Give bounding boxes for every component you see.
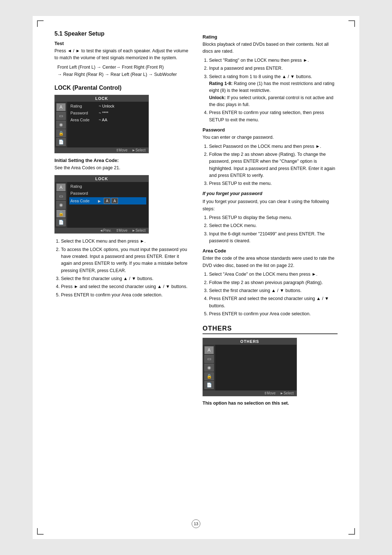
lock-step-5: Press ENTER to confirm your Area code se… xyxy=(61,292,189,299)
corner-mark-tl xyxy=(37,20,44,27)
lock-menu-2-footer: ◄Prev. ⇕Move ►Select xyxy=(55,228,148,233)
others-menu-header: OTHERS xyxy=(203,338,297,345)
others-title: OTHERS xyxy=(203,325,338,334)
menu-icon-disc-2: ▭ xyxy=(56,192,66,200)
lock-row-password-value: ~ **** xyxy=(99,111,109,115)
lock-row-password: Password ~ **** xyxy=(69,110,146,116)
lock-row-rating-value: ~ Unlock xyxy=(99,104,114,108)
forgot-step-3: Input the 6-digit number "210499" and pr… xyxy=(209,231,338,245)
main-content: 5.1 Speaker Setup Test Press ◄ / ► to te… xyxy=(54,31,338,409)
area-code-intro: Enter the code of the area whose standar… xyxy=(203,255,338,269)
password-step-1: Select Password on the LOCK menu and the… xyxy=(209,143,338,150)
corner-mark-tr xyxy=(348,20,355,27)
footer-prev-2: ◄Prev. xyxy=(99,228,111,232)
lock-menu-1-rows: Rating ~ Unlock Password ~ **** Area Cod… xyxy=(67,102,148,147)
page-number: 13 xyxy=(192,519,200,528)
lock-menu-1-footer: ⇕Move ►Select xyxy=(55,147,148,153)
password-step-3: Press SETUP to exit the menu. xyxy=(209,180,338,187)
right-column: Rating Blocks playback of rated DVDs bas… xyxy=(203,31,338,409)
lock-menu-2-icons: A ▭ ◉ 🔒 📄 xyxy=(55,182,67,228)
area-code-step-3: Select the first character using ▲ / ▼ b… xyxy=(209,287,338,294)
others-icon-rect: ▭ xyxy=(204,355,214,363)
initial-area-text: See the Area Codes on page 21. xyxy=(54,165,189,171)
others-icon-circle: ◉ xyxy=(204,364,214,372)
forgot-heading: If you forget your password xyxy=(203,190,338,197)
lock-row-rating-label: Rating xyxy=(70,104,96,108)
area-code-step-4: Press ENTER and select the second charac… xyxy=(209,295,338,309)
rating-step-4: Press ENTER to confirm your rating selec… xyxy=(209,109,338,123)
section-5-1-title: 5.1 Speaker Setup xyxy=(54,31,189,37)
corner-mark-bl xyxy=(37,528,44,535)
lock-row-areacode-label: Area Code xyxy=(70,118,96,122)
menu-icon-lock2: 🔒 xyxy=(56,210,66,218)
lock-menu-2: LOCK A ▭ ◉ 🔒 📄 Rating Passwor xyxy=(54,175,149,234)
test-path: Front Left (Front L) → Center→ Front Rig… xyxy=(57,64,189,78)
others-note: This option has no selection on this set… xyxy=(203,400,338,407)
lock-row2-password-label: Password xyxy=(70,191,96,195)
lock-step-3: Select the first character using ▲ / ▼ b… xyxy=(61,275,189,282)
test-text: Press ◄ / ► to test the signals of each … xyxy=(54,48,189,62)
area-code-step-2: Follow the step 2 as shown previous para… xyxy=(209,279,338,286)
lock-menu-1-icons: A ▭ ◉ 🔒 📄 xyxy=(55,102,67,147)
unlock-label: Unlock: xyxy=(209,95,226,100)
lock-steps: Select the LOCK menu and then press ►. T… xyxy=(54,238,189,299)
rating-steps: Select "Rating" on the LOCK menu then pr… xyxy=(203,57,338,123)
others-menu-body: A ▭ ◉ 🔒 📄 xyxy=(203,345,297,390)
area-code-steps: Select "Area Code" on the LOCK menu then… xyxy=(203,271,338,317)
password-step-2: Follow the step 2 as shown above (Rating… xyxy=(209,151,338,179)
lock-step-4: Press ► and select the second character … xyxy=(61,283,189,290)
others-menu-footer: ⇕Move ►Select xyxy=(203,390,297,396)
area-code-heading: Area Code xyxy=(203,248,338,254)
rating-step-3: Select a rating from 1 to 8 using the ▲ … xyxy=(209,73,338,109)
rating-step-1: Select "Rating" on the LOCK menu then pr… xyxy=(209,57,338,64)
lock-row2-boxes: A A xyxy=(104,198,118,204)
footer-move-2: ⇕Move xyxy=(116,228,127,232)
lock-menu-1: LOCK A ▭ ◉ 🔒 📄 Rating ~ Unlock xyxy=(54,95,149,153)
rating-1-8-label: Rating 1-8: xyxy=(209,81,233,86)
forgot-intro: If you forget your password, you can cle… xyxy=(203,198,338,212)
rating-step-2: Input a password and press ENTER. xyxy=(209,65,338,72)
lock-menu-2-rows: Rating Password Area Code ▶ A A xyxy=(67,182,148,228)
lock-menu-1-body: A ▭ ◉ 🔒 📄 Rating ~ Unlock Password xyxy=(55,102,148,147)
lock-row2-password: Password xyxy=(69,190,146,196)
footer-select-2: ►Select xyxy=(132,228,146,232)
others-menu: OTHERS A ▭ ◉ 🔒 📄 ⇕Move ►Select xyxy=(203,338,297,396)
area-code-step-1: Select "Area Code" on the LOCK menu then… xyxy=(209,271,338,278)
rating-heading: Rating xyxy=(203,34,338,40)
initial-area-heading: Initial Setting the Area Code: xyxy=(54,158,189,163)
lock-row2-rating: Rating xyxy=(69,183,146,189)
footer-move-1: ⇕Move xyxy=(116,148,127,152)
lock-row-areacode: Area Code ~ AA xyxy=(69,117,146,123)
password-heading: Password xyxy=(203,127,338,133)
menu-icon-speaker-2: A xyxy=(56,183,66,191)
menu-icon-headphone-2: ◉ xyxy=(56,201,66,209)
lock-section-title: LOCK (Parental Control) xyxy=(54,85,189,91)
others-menu-content xyxy=(215,345,297,390)
menu-icon-disc: ▭ xyxy=(56,112,66,120)
others-icon-a: A xyxy=(204,346,214,354)
lock-menu-1-header: LOCK xyxy=(55,95,148,102)
lock-menu-2-header: LOCK xyxy=(55,175,148,182)
lock-row-areacode-value: ~ AA xyxy=(99,118,107,122)
corner-mark-br xyxy=(348,528,355,535)
menu-icon-speaker: A xyxy=(56,103,66,111)
lock-step-2: To access the LOCK options, you must inp… xyxy=(61,246,189,275)
area-code-box-a1: A xyxy=(104,198,110,204)
lock-menu-2-body: A ▭ ◉ 🔒 📄 Rating Password xyxy=(55,182,148,228)
test-heading: Test xyxy=(54,41,189,46)
menu-icon-doc2: 📄 xyxy=(56,218,66,226)
lock-row-rating: Rating ~ Unlock xyxy=(69,103,146,109)
others-footer-move: ⇕Move xyxy=(264,391,275,395)
area-code-box-a2: A xyxy=(111,198,118,204)
footer-select-1: ►Select xyxy=(132,148,146,152)
left-column: 5.1 Speaker Setup Test Press ◄ / ► to te… xyxy=(54,31,189,409)
lock-step-1: Select the LOCK menu and then press ►. xyxy=(61,238,189,245)
lock-row-password-label: Password xyxy=(70,111,96,115)
others-icon-doc: 📄 xyxy=(204,381,214,389)
lock-row2-areacode: Area Code ▶ A A xyxy=(69,197,146,204)
others-icon-lock: 🔒 xyxy=(204,372,214,380)
rating-intro: Blocks playback of rated DVDs based on t… xyxy=(203,41,338,55)
password-steps: Select Password on the LOCK menu and the… xyxy=(203,143,338,187)
others-menu-icons: A ▭ ◉ 🔒 📄 xyxy=(203,345,215,390)
lock-row2-rating-label: Rating xyxy=(70,184,96,189)
